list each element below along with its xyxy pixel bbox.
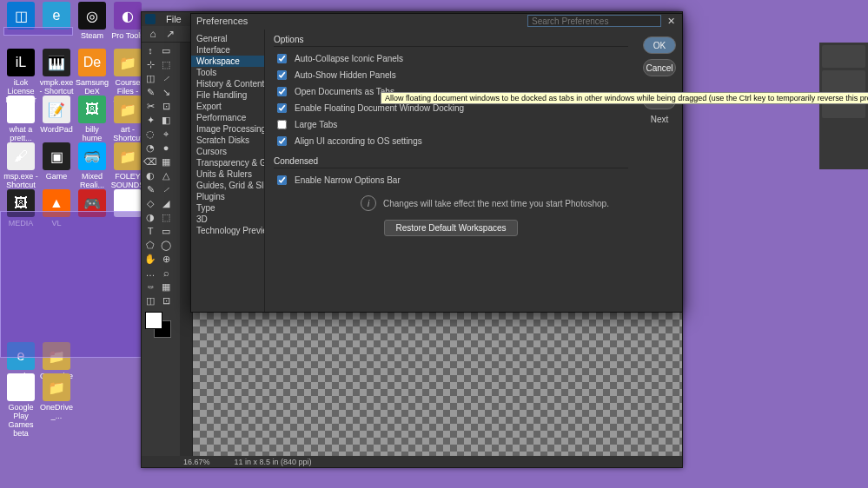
nav-item[interactable]: Export [191, 101, 264, 112]
tool-icon[interactable]: ↘ [159, 86, 173, 98]
nav-item[interactable]: Cursors [191, 146, 264, 157]
home-icon[interactable]: ⌂ [147, 28, 159, 40]
tool-icon[interactable]: ◯ [159, 239, 173, 251]
tool-icon[interactable]: T [143, 225, 157, 237]
icon-label: Mixed Reali... [75, 172, 109, 189]
nav-item[interactable]: Technology Previews [191, 225, 264, 236]
tool-icon[interactable]: ◫ [143, 294, 157, 307]
nav-item[interactable]: Performance [191, 112, 264, 123]
desktop-icon[interactable]: ≡what a prett... [3, 96, 38, 142]
nav-item[interactable]: Tools [191, 67, 264, 78]
panel-icon[interactable] [822, 70, 865, 93]
nav-item[interactable]: History & Content Credentials [191, 78, 264, 89]
share-icon[interactable]: ↗ [164, 28, 176, 40]
tool-icon[interactable]: … [143, 267, 157, 279]
nav-item[interactable]: Interface [191, 44, 264, 56]
desktop-icon[interactable]: DeSamsung DeX [75, 49, 109, 96]
restore-button[interactable]: Restore Default Workspaces [384, 220, 517, 236]
preferences-nav: GeneralInterfaceWorkspaceToolsHistory & … [191, 30, 265, 312]
nav-item[interactable]: Workspace [191, 56, 264, 67]
app-icon: e [43, 2, 70, 30]
opt-auto-show[interactable]: Auto-Show Hidden Panels [274, 67, 628, 83]
app-icon: 📁 [114, 49, 142, 76]
opt-large-tabs[interactable]: Large Tabs [274, 116, 628, 133]
tool-icon[interactable]: ⎃ [143, 280, 157, 293]
tool-icon[interactable]: ⊕ [159, 253, 173, 265]
nav-item[interactable]: Units & Rulers [191, 168, 264, 180]
app-icon: ≡ [7, 96, 35, 123]
status-bar: 16.67% 11 in x 8.5 in (840 ppi) [142, 457, 682, 467]
tool-icon[interactable]: ⟋ [159, 72, 173, 84]
nav-item[interactable]: Scratch Disks [191, 135, 264, 146]
nav-item[interactable]: Transparency & Gamut [191, 157, 264, 168]
zoom-level[interactable]: 16.67% [183, 458, 210, 466]
tool-icon[interactable]: ✎ [143, 183, 157, 195]
tool-icon[interactable]: ◐ [143, 169, 157, 181]
nav-item[interactable]: File Handling [191, 89, 264, 101]
app-icon: iL [7, 49, 35, 76]
tool-icon[interactable]: ◢ [159, 197, 173, 209]
desktop-icon[interactable]: 🖌msp.exe - Shortcut [3, 142, 38, 189]
app-icon: 🥽 [78, 142, 106, 170]
desktop-icon[interactable]: 🥽Mixed Reali... [75, 142, 109, 189]
ok-button[interactable]: OK [643, 36, 676, 54]
tool-icon[interactable]: ✂ [143, 100, 157, 112]
tool-icon[interactable]: ⬚ [159, 58, 173, 70]
nav-item[interactable]: 3D [191, 214, 264, 225]
tool-icon[interactable]: △ [159, 169, 173, 181]
opt-auto-collapse[interactable]: Auto-Collapse Iconic Panels [274, 50, 628, 67]
fg-color[interactable] [145, 312, 162, 329]
tool-icon[interactable]: ⌖ [159, 128, 173, 140]
tool-icon[interactable]: ⌕ [159, 267, 173, 279]
tool-icon[interactable]: ⌫ [143, 155, 157, 168]
tool-icon[interactable]: ✋ [143, 253, 157, 265]
search-field[interactable] [527, 15, 661, 27]
tool-icon[interactable]: ◔ [143, 142, 157, 154]
close-icon[interactable]: ✕ [665, 15, 677, 27]
doc-info[interactable]: 11 in x 8.5 in (840 ppi) [235, 458, 312, 466]
tool-icon[interactable]: ⟋ [159, 183, 173, 195]
tool-icon[interactable]: ⊡ [159, 100, 173, 112]
tool-icon[interactable]: ▦ [159, 280, 173, 293]
tool-icon[interactable]: ▦ [159, 155, 173, 168]
desktop-icon[interactable]: 📁FOLEY SOUNDS [110, 142, 145, 189]
tool-icon[interactable]: ⊡ [159, 294, 173, 307]
search-input[interactable] [527, 15, 661, 27]
cancel-button[interactable]: Cancel [643, 59, 676, 76]
icon-label: vmpk.exe - Shortcut [39, 78, 74, 96]
desktop-icon[interactable]: ▶Google Play Games beta [3, 373, 38, 438]
nav-item[interactable]: Type [191, 202, 264, 214]
tool-icon[interactable]: ✦ [143, 114, 157, 126]
tool-icon[interactable]: ◑ [143, 211, 157, 223]
tool-icon[interactable]: ↕ [143, 44, 157, 56]
tool-icon[interactable]: ⬠ [143, 239, 157, 251]
color-swatch[interactable] [143, 310, 175, 336]
desktop-icon[interactable]: ▣Game [39, 142, 74, 181]
nav-item[interactable]: Plugins [191, 191, 264, 202]
tool-icon[interactable]: ◧ [159, 114, 173, 126]
desktop-icon[interactable]: ◐Pro Tools [110, 2, 145, 40]
tool-icon[interactable]: ◫ [143, 72, 157, 84]
desktop-icon[interactable]: 🎹vmpk.exe - Shortcut [39, 49, 74, 96]
tool-icon[interactable]: ◇ [143, 197, 157, 209]
next-link[interactable]: Next [651, 115, 669, 124]
opt-align-os[interactable]: Align UI according to OS settings [274, 133, 628, 149]
tool-icon[interactable]: ▭ [159, 44, 173, 56]
nav-item[interactable]: Image Processing [191, 123, 264, 135]
icon-label: art - Shortcut [110, 125, 145, 142]
tool-icon[interactable]: ▭ [159, 225, 173, 237]
menu-file[interactable]: File [166, 14, 182, 24]
desktop-icon[interactable]: ◎Steam [75, 2, 109, 40]
tool-icon[interactable]: ◌ [143, 128, 157, 140]
desktop-icon[interactable]: 📝WordPad [39, 96, 74, 134]
nav-item[interactable]: Guides, Grid & Slices [191, 180, 264, 191]
panel-icon[interactable] [822, 45, 865, 68]
tool-icon[interactable]: ⊹ [143, 58, 157, 70]
tool-icon[interactable]: ⬚ [159, 211, 173, 223]
tool-icon[interactable]: ● [159, 142, 173, 154]
tool-icon[interactable]: ✎ [143, 86, 157, 98]
opt-narrow-options[interactable]: Enable Narrow Options Bar [274, 172, 628, 188]
nav-item[interactable]: General [191, 33, 264, 44]
desktop-icon[interactable]: 📁art - Shortcut [110, 96, 145, 142]
desktop-icon[interactable]: 📁OneDrive_... [39, 373, 74, 420]
